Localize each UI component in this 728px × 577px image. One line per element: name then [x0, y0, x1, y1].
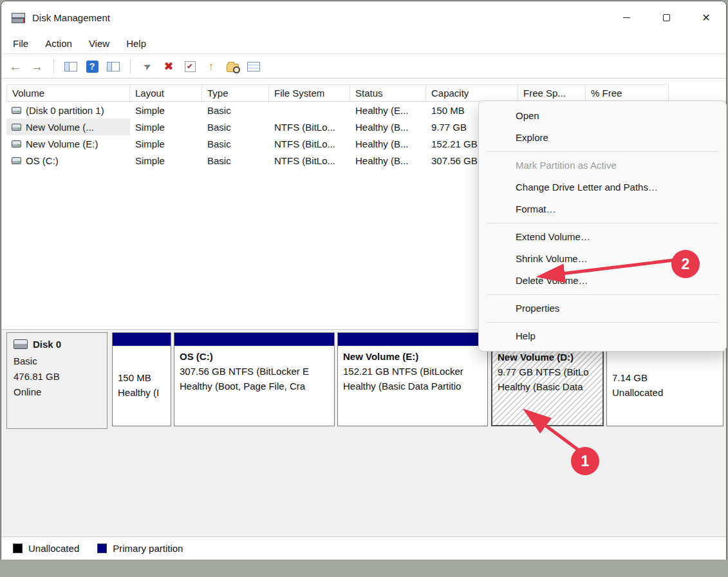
toolbar-divider — [53, 59, 54, 73]
volume-file-system: NTFS (BitLo... — [269, 118, 350, 135]
menu-item-format[interactable]: Format… — [479, 198, 726, 220]
help-icon[interactable]: ? — [86, 59, 98, 73]
toolbar-divider — [130, 59, 131, 73]
disk0-info-panel[interactable]: Disk 0 Basic 476.81 GB Online — [6, 332, 107, 429]
check-icon[interactable]: ✔ — [183, 59, 196, 73]
step-badge-2: 2 — [671, 250, 700, 278]
minimize-icon — [623, 17, 630, 18]
column-header-file-system[interactable]: File System — [269, 84, 350, 102]
column-header-volume[interactable]: Volume — [6, 84, 130, 102]
maximize-button[interactable] — [646, 1, 686, 33]
forward-icon[interactable]: → — [30, 59, 43, 73]
menu-separator — [487, 151, 718, 152]
menu-help[interactable]: Help — [118, 35, 154, 52]
menu-item-extend-volume[interactable]: Extend Volume… — [479, 226, 726, 248]
column-header-capacity[interactable]: Capacity — [426, 84, 518, 102]
volume-list-header: Volume Layout Type File System Status Ca… — [6, 84, 726, 102]
volume-icon — [12, 140, 21, 147]
window-title: Disk Management — [32, 12, 110, 23]
volume-file-system: NTFS (BitLo... — [269, 152, 350, 169]
menu-view[interactable]: View — [80, 35, 118, 52]
screen: Disk Management ✕ File Action View Help … — [0, 0, 728, 577]
disk-name: Disk 0 — [33, 339, 61, 350]
legend-unallocated: Unallocated — [13, 543, 79, 554]
volume-icon — [12, 124, 21, 131]
volume-layout: Simple — [130, 102, 202, 118]
primary-partition-swatch — [97, 544, 107, 553]
menu-item-mark-partition-active: Mark Partition as Active — [479, 155, 726, 176]
volume-type: Basic — [202, 102, 269, 118]
legend: Unallocated Primary partition — [1, 536, 726, 560]
primary-partition-band — [338, 333, 487, 347]
volume-status: Healthy (E... — [350, 102, 426, 118]
back-icon[interactable]: ← — [9, 59, 22, 73]
volume-type: Basic — [202, 135, 269, 152]
disk-type: Basic — [14, 354, 100, 369]
menu-item-change-drive-letter[interactable]: Change Drive Letter and Paths… — [479, 176, 726, 198]
volume-status: Healthy (B... — [350, 135, 426, 152]
maximize-icon — [663, 14, 670, 21]
volume-status: Healthy (B... — [350, 152, 426, 169]
volume-layout: Simple — [130, 118, 202, 135]
search-folder-icon[interactable] — [226, 59, 239, 73]
disk-icon — [14, 339, 28, 349]
menubar: File Action View Help — [1, 33, 726, 54]
volume-name: (Disk 0 partition 1) — [26, 105, 104, 116]
menu-item-open[interactable]: Open — [479, 105, 726, 127]
volume-file-system: NTFS (BitLo... — [269, 135, 350, 152]
menu-item-explore[interactable]: Explore — [479, 127, 726, 149]
volume-name: New Volume (... — [26, 122, 94, 133]
menu-separator — [487, 294, 718, 295]
step-badge-1: 1 — [571, 447, 599, 475]
delete-volume-icon[interactable]: ✖ — [162, 59, 175, 73]
action-pane-icon[interactable] — [107, 59, 120, 73]
volume-layout: Simple — [130, 135, 202, 152]
menu-action[interactable]: Action — [37, 35, 80, 52]
legend-primary-partition: Primary partition — [97, 543, 183, 554]
column-header-pct-free[interactable]: % Free — [586, 84, 669, 102]
column-header-layout[interactable]: Layout — [130, 84, 202, 102]
volume-name: New Volume (E:) — [26, 138, 98, 149]
console-tree-icon[interactable] — [64, 59, 77, 73]
volume-type: Basic — [202, 152, 269, 169]
volume-layout: Simple — [130, 152, 202, 169]
unallocated-swatch — [13, 544, 23, 553]
volume-status: Healthy (B... — [350, 118, 426, 135]
volume-file-system — [269, 102, 350, 118]
column-header-free-space[interactable]: Free Sp... — [518, 84, 586, 102]
partition-system[interactable]: 150 MB Healthy (I — [112, 332, 171, 426]
column-header-status[interactable]: Status — [350, 84, 426, 102]
column-header-type[interactable]: Type — [202, 84, 269, 102]
volume-name: OS (C:) — [26, 155, 59, 166]
menu-file[interactable]: File — [5, 35, 37, 52]
menu-separator — [487, 322, 718, 323]
volume-icon — [12, 107, 21, 114]
graphical-view: Disk 0 Basic 476.81 GB Online 150 MB Hea… — [1, 330, 726, 536]
close-button[interactable]: ✕ — [686, 1, 726, 33]
menu-separator — [487, 223, 718, 223]
context-menu: Open Explore Mark Partition as Active Ch… — [478, 100, 727, 352]
column-header-filler — [669, 84, 726, 102]
primary-partition-band — [174, 333, 334, 347]
partition-new-volume-e[interactable]: New Volume (E:) 152.21 GB NTFS (BitLocke… — [337, 332, 488, 426]
volume-icon — [12, 157, 21, 164]
primary-partition-band — [113, 333, 171, 347]
window-controls: ✕ — [606, 1, 726, 33]
menu-item-properties[interactable]: Properties — [479, 298, 726, 319]
toolbar: ← → ? ➤ ✖ ✔ ↑ — [1, 55, 726, 79]
form-icon[interactable] — [247, 59, 260, 73]
disk-management-app-icon — [12, 12, 24, 23]
partition-os-c[interactable]: OS (C:) 307.56 GB NTFS (BitLocker E Heal… — [174, 332, 335, 426]
up-icon[interactable]: ↑ — [205, 59, 218, 73]
disk-status: Online — [14, 384, 100, 400]
minimize-button[interactable] — [606, 1, 646, 33]
volume-type: Basic — [202, 118, 269, 135]
pointer-icon[interactable]: ➤ — [138, 57, 156, 76]
menu-item-help[interactable]: Help — [479, 325, 726, 347]
disk-size: 476.81 GB — [14, 369, 100, 384]
titlebar: Disk Management ✕ — [1, 1, 726, 33]
